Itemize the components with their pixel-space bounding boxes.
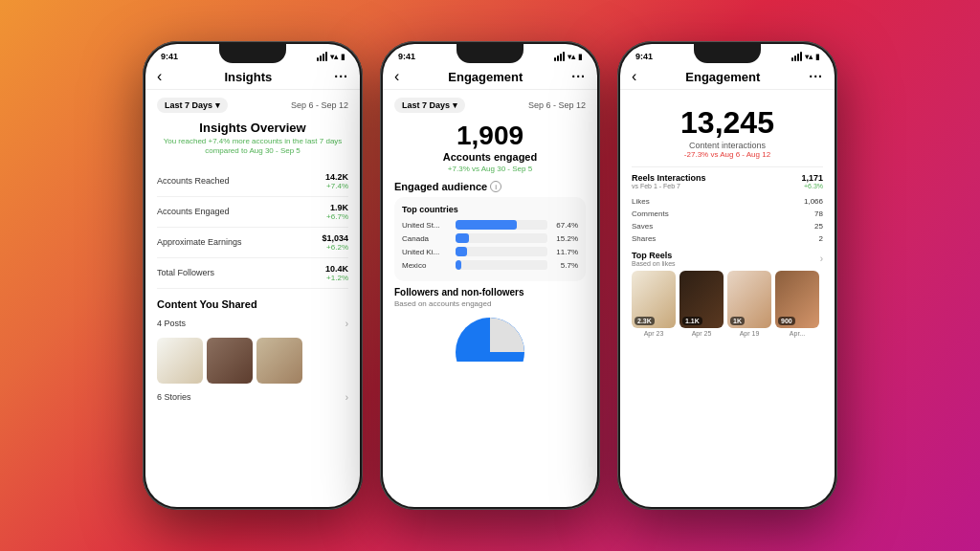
stat-val-col-2: $1,034 +6.2% xyxy=(322,233,348,252)
post-thumb-1 xyxy=(157,338,203,384)
stat-change-2: +6.2% xyxy=(322,243,348,252)
status-icons-2: ▾▴ ▮ xyxy=(554,52,582,61)
more-button-3[interactable]: ··· xyxy=(809,69,823,84)
stat-row-followers: Total Followers 10.4K +1.2% xyxy=(157,258,348,289)
bar-pct-0: 67.4% xyxy=(551,221,578,230)
country-name-0: United St... xyxy=(402,221,452,230)
phone-engagement-detail: 9:41 ▾▴ ▮ ‹ Engagement ··· 13,245 Conten… xyxy=(617,41,837,510)
saves-value: 25 xyxy=(814,222,823,231)
country-name-2: United Ki... xyxy=(402,248,452,256)
bar-fill-3 xyxy=(456,260,461,270)
back-button-2[interactable]: ‹ xyxy=(394,68,399,85)
phone-insights: 9:41 ▾▴ ▮ ‹ Insights ··· Last 7 Days ▾ S… xyxy=(143,41,363,510)
time-1: 9:41 xyxy=(161,52,178,61)
more-button-2[interactable]: ··· xyxy=(571,69,586,84)
status-icons-1: ▾▴ ▮ xyxy=(317,52,345,61)
wifi-icon-1: ▾▴ xyxy=(330,53,338,61)
info-icon[interactable]: i xyxy=(490,181,501,192)
big-label-accounts: Accounts engaged xyxy=(394,151,586,163)
top-reels-arrow[interactable]: › xyxy=(820,253,823,264)
top-countries-card: Top countries United St... 67.4% Canada … xyxy=(394,197,586,281)
posts-thumbnails xyxy=(157,338,348,384)
country-row-0: United St... 67.4% xyxy=(402,220,578,230)
metric-label: Content interactions xyxy=(632,141,823,150)
engaged-audience-header: Engaged audience i xyxy=(394,181,586,192)
reels-sub: vs Feb 1 - Feb 7 xyxy=(632,183,706,189)
comments-value: 78 xyxy=(814,209,823,218)
country-name-1: Canada xyxy=(402,234,452,243)
stat-row-earnings: Approximate Earnings $1,034 +6.2% xyxy=(157,228,348,258)
stat-row-accounts-engaged: Accounts Engaged 1.9K +6.7% xyxy=(157,197,348,228)
likes-label: Likes xyxy=(632,197,650,206)
wifi-icon-3: ▾▴ xyxy=(805,53,813,61)
nav-title-3: Engagement xyxy=(685,70,760,84)
bar-fill-1 xyxy=(456,233,469,243)
stat-val-col-3: 10.4K +1.2% xyxy=(325,264,348,282)
nav-bar-1: ‹ Insights ··· xyxy=(145,64,360,90)
nav-title-2: Engagement xyxy=(448,70,523,84)
reel-date-1: Apr 25 xyxy=(679,330,724,337)
back-button-3[interactable]: ‹ xyxy=(632,68,636,85)
reel-count-1: 1.1K xyxy=(682,317,702,325)
reels-info: Reels Interactions vs Feb 1 - Feb 7 xyxy=(632,173,706,189)
reels-value: 1,171 xyxy=(801,173,823,183)
bar-pct-3: 5.7% xyxy=(551,261,578,270)
date-filter-btn-1[interactable]: Last 7 Days ▾ xyxy=(157,98,228,113)
date-filter-btn-2[interactable]: Last 7 Days ▾ xyxy=(394,98,465,113)
reel-item-3[interactable]: 900 Apr... xyxy=(775,271,819,337)
top-countries-title: Top countries xyxy=(402,205,578,214)
signal-icon-3 xyxy=(791,52,802,61)
detail-row-saves: Saves 25 xyxy=(632,220,823,232)
date-filter-row-1: Last 7 Days ▾ Sep 6 - Sep 12 xyxy=(157,98,348,113)
time-2: 9:41 xyxy=(398,52,415,61)
battery-icon-1: ▮ xyxy=(341,53,345,61)
signal-icon-1 xyxy=(317,52,327,61)
reels-thumbnails: 2.3K Apr 23 1.1K Apr 25 1K Apr 19 xyxy=(632,271,823,337)
bar-fill-0 xyxy=(456,220,517,230)
divider-1 xyxy=(632,166,823,167)
big-change-accounts: +7.3% vs Aug 30 - Sep 5 xyxy=(394,165,586,173)
stat-label-1: Accounts Engaged xyxy=(157,207,230,216)
country-row-3: Mexico 5.7% xyxy=(402,260,578,270)
more-button-1[interactable]: ··· xyxy=(334,69,348,84)
stat-val-col-0: 14.2K +7.4% xyxy=(325,172,348,190)
reels-value-col: 1,171 +6.3% xyxy=(801,173,823,189)
date-range-2: Sep 6 - Sep 12 xyxy=(528,100,586,110)
reels-interactions-section: Reels Interactions vs Feb 1 - Feb 7 1,17… xyxy=(632,173,823,189)
bar-container-0 xyxy=(456,220,547,230)
stat-change-0: +7.4% xyxy=(325,182,348,190)
bar-container-1 xyxy=(456,233,547,243)
bar-pct-1: 15.2% xyxy=(551,234,578,243)
saves-label: Saves xyxy=(632,222,653,231)
stat-value-3: 10.4K xyxy=(325,264,348,274)
reels-label: Reels Interactions xyxy=(632,173,706,183)
reel-item-0[interactable]: 2.3K Apr 23 xyxy=(632,271,676,337)
followers-title: Followers and non-followers xyxy=(394,287,586,298)
stories-arrow: › xyxy=(345,392,348,403)
top-reels-header: Top Reels Based on likes › xyxy=(632,251,823,267)
content-item-stories[interactable]: 6 Stories › xyxy=(157,387,348,408)
reel-count-2: 1K xyxy=(730,317,745,325)
reel-thumb-0: 2.3K xyxy=(632,271,676,328)
notch-3 xyxy=(694,44,761,63)
metric-change: -27.3% vs Aug 6 - Aug 12 xyxy=(632,150,823,159)
time-3: 9:41 xyxy=(635,52,653,61)
phone-engagement: 9:41 ▾▴ ▮ ‹ Engagement ··· Last 7 Days ▾… xyxy=(380,41,600,510)
bar-fill-2 xyxy=(456,247,467,256)
bar-container-3 xyxy=(456,260,547,270)
reel-item-2[interactable]: 1K Apr 19 xyxy=(727,271,771,337)
battery-icon-2: ▮ xyxy=(578,53,582,61)
back-button-1[interactable]: ‹ xyxy=(157,68,162,85)
content-item-posts[interactable]: 4 Posts › xyxy=(157,314,348,334)
screen-insights: Last 7 Days ▾ Sep 6 - Sep 12 Insights Ov… xyxy=(145,90,360,507)
posts-arrow: › xyxy=(345,319,348,329)
metric-big-number: 13,245 xyxy=(632,105,823,141)
pie-chart xyxy=(394,314,586,362)
stories-label: 6 Stories xyxy=(157,392,191,402)
stat-value-2: $1,034 xyxy=(322,233,348,243)
stat-value-1: 1.9K xyxy=(326,203,348,212)
reel-item-1[interactable]: 1.1K Apr 25 xyxy=(679,271,724,337)
bar-pct-2: 11.7% xyxy=(551,248,578,256)
post-thumb-2 xyxy=(207,338,253,384)
overview-title: Insights Overview xyxy=(157,121,348,135)
